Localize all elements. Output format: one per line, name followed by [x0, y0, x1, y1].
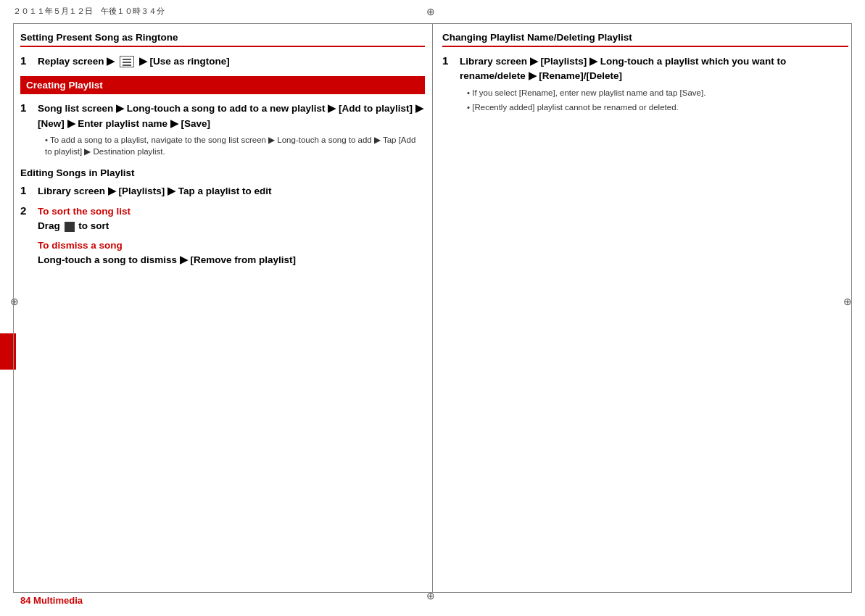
right-step1-content: Library screen ▶ [Playlists] ▶ Long-touc… [460, 54, 848, 113]
to-dismiss-label: To dismiss a song [38, 238, 425, 253]
step-s2-1-text: Song list screen ▶ Long-touch a song to … [38, 101, 425, 131]
timestamp: ２０１１年５月１２日 午後１０時３４分 [13, 6, 165, 17]
menu-icon [120, 56, 134, 67]
drag-icon [65, 222, 75, 232]
step-s2-1-content: Song list screen ▶ Long-touch a song to … [38, 101, 425, 157]
page-number: 84 Multimedia [20, 595, 83, 606]
right-step-num-1: 1 [442, 54, 455, 67]
page-container: ２０１１年５月１２日 午後１０時３４分 Setting Present Song… [0, 0, 865, 616]
section3-heading: Editing Songs in Playlist [20, 167, 425, 178]
step-num-s3-1: 1 [20, 184, 33, 196]
step1-content: Replay screen ▶ ▶ [Use as ringtone] [38, 54, 425, 69]
section3-step1: 1 Library screen ▶ [Playlists] ▶ Tap a p… [20, 184, 425, 199]
section3-step2: 2 To sort the song list Drag to sort To … [20, 204, 425, 267]
right-step1-text: Library screen ▶ [Playlists] ▶ Long-touc… [460, 54, 848, 84]
page-number-label: Multimedia [33, 595, 83, 606]
step-s3-2-content: To sort the song list Drag to sort To di… [38, 204, 425, 267]
left-column: Setting Present Song as Ringtone 1 Repla… [20, 32, 425, 273]
right-section1-step1: 1 Library screen ▶ [Playlists] ▶ Long-to… [442, 54, 848, 113]
dismiss-text: Long-touch a song to dismiss ▶ [Remove f… [38, 253, 425, 267]
border-right [851, 23, 852, 593]
right-step1-bullet2: [Recently added] playlist cannot be rena… [460, 101, 848, 113]
right-column: Changing Playlist Name/Deleting Playlist… [442, 32, 848, 119]
step-s3-1-text: Library screen ▶ [Playlists] ▶ Tap a pla… [38, 184, 425, 199]
creating-playlist-bar: Creating Playlist [20, 76, 425, 94]
step-num-s2-1: 1 [20, 101, 33, 114]
step1-text: Replay screen ▶ ▶ [Use as ringtone] [38, 56, 230, 67]
step-s3-1-content: Library screen ▶ [Playlists] ▶ Tap a pla… [38, 184, 425, 199]
drag-text: Drag to sort [38, 219, 425, 233]
section2-step1: 1 Song list screen ▶ Long-touch a song t… [20, 101, 425, 157]
section1-heading: Setting Present Song as Ringtone [20, 32, 425, 47]
right-section1-heading: Changing Playlist Name/Deleting Playlist [442, 32, 848, 47]
step-num-1: 1 [20, 54, 33, 67]
section1-step1: 1 Replay screen ▶ ▶ [Use as ringtone] [20, 54, 425, 69]
crosshair-right [843, 296, 855, 307]
page-divider [432, 23, 433, 593]
crosshair-top [426, 6, 438, 17]
step-s2-1-bullet: To add a song to a playlist, navigate to… [38, 134, 425, 157]
step-num-s3-2: 2 [20, 204, 33, 217]
border-left [13, 23, 14, 593]
to-sort-label: To sort the song list [38, 204, 425, 219]
right-step1-bullet1: If you select [Rename], enter new playli… [460, 87, 848, 99]
crosshair-left [10, 296, 22, 307]
